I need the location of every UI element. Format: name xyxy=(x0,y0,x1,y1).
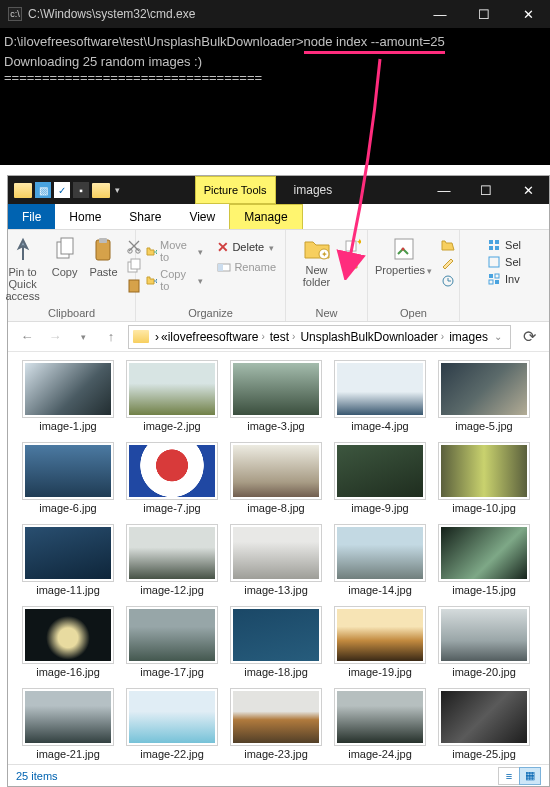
chevron-right-icon[interactable]: › xyxy=(438,331,447,342)
file-thumbnail xyxy=(438,524,530,582)
breadcrumb-segment[interactable]: images xyxy=(449,330,488,344)
copy-button[interactable]: Copy xyxy=(48,234,82,304)
file-thumbnail xyxy=(334,688,426,746)
easy-access-icon[interactable] xyxy=(345,256,361,270)
file-item[interactable]: image-13.jpg xyxy=(228,524,324,602)
svg-rect-18 xyxy=(489,240,493,244)
status-item-count: 25 items xyxy=(16,770,58,782)
svg-point-16 xyxy=(401,248,404,251)
cmd-title: C:\Windows\system32\cmd.exe xyxy=(28,7,418,21)
qat-check-icon[interactable]: ✓ xyxy=(54,182,70,198)
tab-view[interactable]: View xyxy=(175,204,229,229)
file-item[interactable]: image-25.jpg xyxy=(436,688,532,764)
file-item[interactable]: image-7.jpg xyxy=(124,442,220,520)
file-item[interactable]: image-10.jpg xyxy=(436,442,532,520)
file-item[interactable]: image-19.jpg xyxy=(332,606,428,684)
chevron-right-icon[interactable]: › xyxy=(155,330,159,344)
svg-text:✦: ✦ xyxy=(320,250,327,259)
file-item[interactable]: image-6.jpg xyxy=(20,442,116,520)
file-item[interactable]: image-14.jpg xyxy=(332,524,428,602)
file-list[interactable]: image-1.jpgimage-2.jpgimage-3.jpgimage-4… xyxy=(8,352,549,764)
refresh-button[interactable]: ⟳ xyxy=(517,325,541,349)
qat-item[interactable]: ▧ xyxy=(35,182,51,198)
select-none-button[interactable]: Sel xyxy=(485,255,524,269)
file-item[interactable]: image-9.jpg xyxy=(332,442,428,520)
explorer-maximize-button[interactable]: ☐ xyxy=(465,176,507,204)
nav-back-button[interactable]: ← xyxy=(16,326,38,348)
file-item[interactable]: image-12.jpg xyxy=(124,524,220,602)
file-item[interactable]: image-4.jpg xyxy=(332,360,428,438)
file-item[interactable]: image-24.jpg xyxy=(332,688,428,764)
file-item[interactable]: image-8.jpg xyxy=(228,442,324,520)
cmd-titlebar[interactable]: c:\ C:\Windows\system32\cmd.exe — ☐ ✕ xyxy=(0,0,550,28)
edit-icon[interactable] xyxy=(440,256,456,270)
pin-to-quick-access-button[interactable]: Pin to Quick access xyxy=(1,234,43,304)
tab-share[interactable]: Share xyxy=(115,204,175,229)
select-all-button[interactable]: Sel xyxy=(485,238,524,252)
new-folder-button[interactable]: ✦ New folder xyxy=(292,234,341,290)
tab-home[interactable]: Home xyxy=(55,204,115,229)
file-item[interactable]: image-20.jpg xyxy=(436,606,532,684)
file-item[interactable]: image-23.jpg xyxy=(228,688,324,764)
file-item[interactable]: image-1.jpg xyxy=(20,360,116,438)
file-item[interactable]: image-18.jpg xyxy=(228,606,324,684)
file-item[interactable]: image-21.jpg xyxy=(20,688,116,764)
qat-dropdown-icon[interactable]: ▾ xyxy=(113,185,122,195)
tab-manage[interactable]: Manage xyxy=(229,204,302,229)
open-icon[interactable] xyxy=(440,238,456,252)
cmd-minimize-button[interactable]: — xyxy=(418,0,462,28)
chevron-right-icon[interactable]: › xyxy=(258,331,267,342)
tab-file[interactable]: File xyxy=(8,204,55,229)
nav-up-button[interactable]: ↑ xyxy=(100,326,122,348)
copy-to-button[interactable]: Copy to xyxy=(142,267,206,293)
breadcrumb[interactable]: › « ilovefreesoftware› test› UnsplashBul… xyxy=(128,325,511,349)
new-item-icon[interactable]: ✦ xyxy=(345,238,361,252)
file-item[interactable]: image-15.jpg xyxy=(436,524,532,602)
explorer-minimize-button[interactable]: — xyxy=(423,176,465,204)
quick-access-toolbar: ▧ ✓ ▪ ▾ xyxy=(8,182,122,198)
file-thumbnail xyxy=(230,688,322,746)
file-thumbnail xyxy=(22,524,114,582)
nav-forward-button[interactable]: → xyxy=(44,326,66,348)
file-item[interactable]: image-2.jpg xyxy=(124,360,220,438)
address-dropdown-icon[interactable]: ⌄ xyxy=(494,331,506,342)
invert-selection-button[interactable]: Inv xyxy=(485,272,524,286)
cmd-divider: ================================== xyxy=(4,70,262,85)
file-item[interactable]: image-17.jpg xyxy=(124,606,220,684)
breadcrumb-segment[interactable]: ilovefreesoftware xyxy=(168,330,259,344)
rename-button[interactable]: Rename xyxy=(214,259,279,275)
contextual-tab-label: Picture Tools xyxy=(195,176,276,204)
cmd-maximize-button[interactable]: ☐ xyxy=(462,0,506,28)
file-thumbnail xyxy=(126,442,218,500)
file-item[interactable]: image-3.jpg xyxy=(228,360,324,438)
cmd-body[interactable]: D:\ilovefreesoftware\test\UnsplashBulkDo… xyxy=(0,28,550,92)
breadcrumb-segment[interactable]: UnsplashBulkDownloader xyxy=(300,330,437,344)
file-name: image-18.jpg xyxy=(244,664,308,684)
view-details-button[interactable]: ≡ xyxy=(498,767,520,785)
chevron-right-icon[interactable]: › xyxy=(289,331,298,342)
move-to-button[interactable]: Move to xyxy=(142,238,206,264)
file-item[interactable]: image-22.jpg xyxy=(124,688,220,764)
breadcrumb-segment[interactable]: « xyxy=(161,330,168,344)
file-thumbnail xyxy=(334,442,426,500)
cmd-close-button[interactable]: ✕ xyxy=(506,0,550,28)
explorer-close-button[interactable]: ✕ xyxy=(507,176,549,204)
file-item[interactable]: image-11.jpg xyxy=(20,524,116,602)
properties-button[interactable]: Properties xyxy=(371,234,436,288)
history-icon[interactable] xyxy=(440,274,456,288)
paste-button[interactable]: Paste xyxy=(85,234,121,304)
svg-rect-25 xyxy=(495,274,499,278)
file-item[interactable]: image-16.jpg xyxy=(20,606,116,684)
file-item[interactable]: image-5.jpg xyxy=(436,360,532,438)
file-name: image-17.jpg xyxy=(140,664,204,684)
file-name: image-22.jpg xyxy=(140,746,204,764)
nav-recent-dropdown[interactable]: ▾ xyxy=(72,326,94,348)
delete-button[interactable]: ✕Delete xyxy=(214,238,279,256)
svg-rect-24 xyxy=(495,280,499,284)
ribbon: Pin to Quick access Copy Paste Clipboard xyxy=(8,230,549,322)
view-thumbnails-button[interactable]: ▦ xyxy=(519,767,541,785)
breadcrumb-segment[interactable]: test xyxy=(270,330,289,344)
file-thumbnail xyxy=(230,606,322,664)
explorer-titlebar[interactable]: ▧ ✓ ▪ ▾ Picture Tools images — ☐ ✕ xyxy=(8,176,549,204)
qat-item[interactable]: ▪ xyxy=(73,182,89,198)
